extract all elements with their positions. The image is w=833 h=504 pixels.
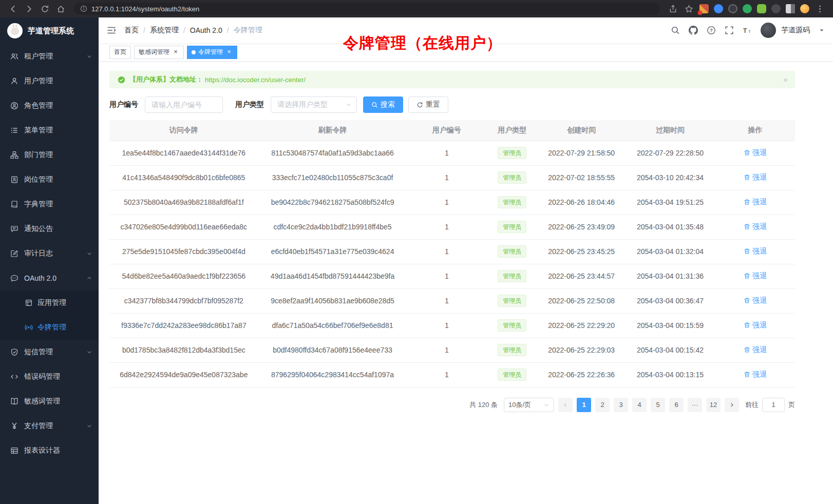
force-logout-button[interactable]: 强退 (744, 198, 767, 207)
force-logout-button[interactable]: 强退 (744, 321, 767, 330)
browser-menu-icon[interactable] (816, 5, 824, 13)
help-icon[interactable]: ? (707, 26, 716, 35)
search-button[interactable]: 搜索 (363, 96, 403, 113)
force-logout-button[interactable]: 强退 (744, 370, 767, 379)
home-button[interactable] (56, 5, 65, 13)
sidebar-item-oauth2-app[interactable]: 应用管理 (0, 290, 99, 315)
sidebar-item-sms[interactable]: 短信管理 (0, 340, 99, 364)
reset-button[interactable]: 重置 (408, 96, 448, 113)
sidebar-item-user[interactable]: 用户管理 (0, 69, 99, 93)
breadcrumb-item[interactable]: 首页 (124, 26, 139, 35)
address-bar[interactable]: 127.0.0.1:1024/system/oauth2/token (74, 3, 660, 15)
page-button-6[interactable]: 6 (669, 398, 684, 412)
extension-icon[interactable] (757, 4, 766, 13)
alert-close-icon[interactable]: × (783, 75, 788, 84)
page-button-12[interactable]: 12 (706, 398, 721, 412)
browser-profile-avatar[interactable] (800, 4, 809, 13)
extension-icon[interactable] (714, 4, 723, 13)
chevron-left-icon (562, 402, 569, 408)
page-button-4[interactable]: 4 (632, 398, 647, 412)
sidebar-item-role[interactable]: 角色管理 (0, 93, 99, 118)
back-button[interactable] (9, 5, 17, 13)
side-panel-icon[interactable] (786, 4, 795, 13)
user-type-select[interactable]: 请选择用户类型 (271, 96, 357, 113)
sidebar-item-sensitive-word[interactable]: 敏感词管理 (0, 389, 99, 414)
force-logout-button[interactable]: 强退 (744, 272, 767, 281)
created-time-cell: 2022-06-25 23:44:57 (538, 264, 625, 288)
tab-sensitive-word[interactable]: 敏感词管理× (134, 46, 184, 59)
page-button-3[interactable]: 3 (614, 398, 628, 412)
created-time-cell: 2022-06-25 22:26:36 (538, 362, 625, 387)
created-time-cell: 2022-07-29 21:58:50 (538, 141, 625, 165)
sidebar-item-oauth2[interactable]: OAuth 2.0 (0, 266, 99, 290)
user-type-tag: 管理员 (498, 221, 526, 233)
user-type-cell: 管理员 (486, 362, 538, 387)
table-header-row: 访问令牌刷新令牌用户编号用户类型创建时间过期时间操作 (109, 120, 795, 141)
app-logo[interactable]: 芋道管理系统 (0, 17, 99, 44)
share-icon[interactable] (669, 5, 677, 13)
breadcrumb-item[interactable]: OAuth 2.0 (190, 26, 222, 34)
force-logout-label: 强退 (752, 247, 767, 256)
next-page-button[interactable] (725, 398, 739, 412)
extension-icon[interactable] (728, 4, 737, 13)
force-logout-button[interactable]: 强退 (744, 296, 767, 305)
sidebar-item-tenant[interactable]: 租户管理 (0, 44, 99, 69)
trash-icon (744, 322, 750, 328)
force-logout-button[interactable]: 强退 (744, 148, 767, 158)
force-logout-button[interactable]: 强退 (744, 173, 767, 182)
page-button-5[interactable]: 5 (651, 398, 665, 412)
sidebar-item-pay[interactable]: 支付管理 (0, 414, 99, 438)
page-button-1[interactable]: 1 (577, 398, 591, 412)
close-icon[interactable]: × (225, 49, 233, 56)
close-icon[interactable]: × (172, 49, 179, 56)
reload-button[interactable] (41, 5, 49, 13)
font-size-icon[interactable]: TT (743, 26, 752, 35)
bookmark-star-icon[interactable] (685, 5, 693, 13)
expire-time-cell: 2022-07-29 22:28:50 (625, 141, 715, 165)
fullscreen-icon[interactable] (725, 26, 734, 35)
user-id-cell: 1 (407, 239, 486, 264)
sidebar-item-dept[interactable]: 部门管理 (0, 143, 99, 167)
breadcrumb-separator: / (227, 26, 229, 34)
access-token-cell: 54d6be82ee5a460a9aedc1f9bf223656 (109, 264, 258, 288)
created-time-cell: 2022-07-02 18:55:55 (538, 165, 625, 190)
sidebar-item-notice[interactable]: 通知公告 (0, 217, 99, 241)
sidebar-item-oauth2-token[interactable]: 令牌管理 (0, 315, 99, 340)
tab-token[interactable]: 令牌管理× (187, 46, 237, 59)
goto-label: 前往 (745, 400, 759, 410)
column-header: 刷新令牌 (258, 120, 407, 141)
sidebar-item-report[interactable]: 报表设计器 (0, 438, 99, 463)
user-name: 芋道源码 (781, 26, 810, 35)
extension-icon[interactable] (743, 4, 752, 13)
doc-link[interactable]: https://doc.iocoder.cn/user-center/ (205, 76, 306, 84)
user-type-tag: 管理员 (498, 369, 526, 381)
force-logout-button[interactable]: 强退 (744, 222, 767, 231)
site-info-icon[interactable] (80, 5, 87, 12)
force-logout-button[interactable]: 强退 (744, 247, 767, 256)
more-pages-button[interactable]: ··· (688, 398, 702, 412)
goto-page-input[interactable] (762, 398, 785, 412)
sidebar-item-error-code[interactable]: 错误码管理 (0, 364, 99, 389)
trash-icon (744, 223, 750, 230)
sidebar-item-audit-log[interactable]: 审计日志 (0, 241, 99, 266)
breadcrumb-item[interactable]: 系统管理 (150, 26, 179, 35)
page-button-2[interactable]: 2 (595, 398, 610, 412)
user-id-input[interactable] (145, 96, 223, 113)
tab-home[interactable]: 首页 (109, 46, 131, 59)
github-icon[interactable] (689, 26, 698, 35)
caret-down-icon[interactable] (819, 27, 825, 33)
search-icon[interactable] (671, 26, 680, 35)
page-size-select[interactable]: 10条/页 (504, 398, 554, 412)
force-logout-button[interactable]: 强退 (744, 345, 767, 355)
sidebar: 芋道管理系统 租户管理用户管理角色管理菜单管理部门管理岗位管理字典管理通知公告审… (0, 17, 99, 504)
sidebar-item-post[interactable]: 岗位管理 (0, 167, 99, 192)
sidebar-fold-icon[interactable] (107, 26, 116, 35)
extension-icon[interactable] (771, 4, 781, 13)
extension-icon[interactable] (699, 4, 709, 13)
user-avatar[interactable] (761, 23, 776, 38)
sidebar-item-dict[interactable]: 字典管理 (0, 192, 99, 217)
token-table: 访问令牌刷新令牌用户编号用户类型创建时间过期时间操作 1ea5e44f8bc14… (109, 120, 795, 387)
sidebar-item-menu[interactable]: 菜单管理 (0, 118, 99, 143)
forward-button[interactable] (25, 5, 33, 13)
prev-page-button[interactable] (558, 398, 573, 412)
